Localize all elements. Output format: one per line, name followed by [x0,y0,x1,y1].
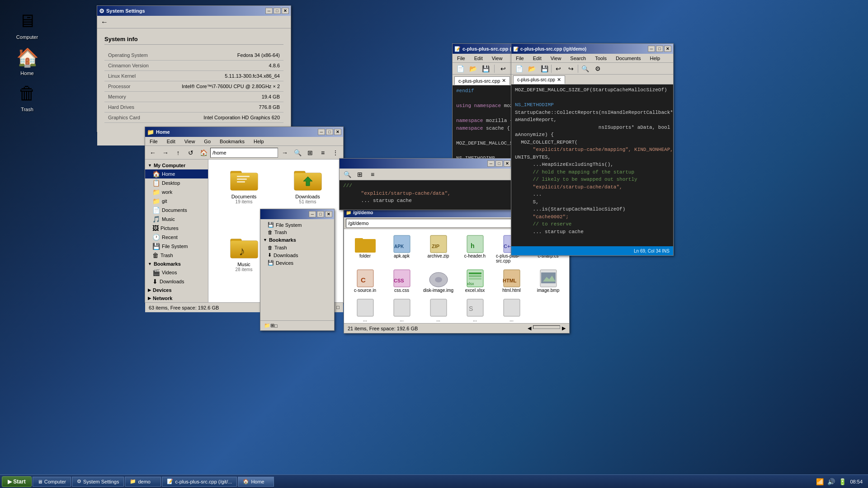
small-code-max[interactable]: □ [495,160,503,167]
menu-help[interactable]: Help [251,138,267,145]
git-file-more1[interactable]: ... [348,296,382,323]
address-bar[interactable]: /home [210,148,278,158]
refresh-btn[interactable]: ↺ [185,147,197,158]
view-grid-btn[interactable]: ⊞ [304,147,316,158]
back-btn[interactable]: ← [147,147,159,158]
git-file-more3[interactable]: ... [421,296,456,323]
sound-tray-icon[interactable]: 🔊 [827,478,835,485]
c2-undo[interactable]: ↩ [552,63,564,74]
up-btn[interactable]: ↑ [172,147,184,158]
menu-view[interactable]: View [182,138,198,145]
c2-new[interactable]: 📄 [513,63,525,74]
sidebar-item-music[interactable]: 🎵 Music [145,215,208,224]
small-code-min[interactable]: ─ [487,160,495,167]
second-fm-downloads[interactable]: ⬇ Downloads [260,251,334,259]
second-fm-filesystem[interactable]: 💾 File System [260,221,334,229]
code2-close[interactable]: ✕ [664,46,671,52]
git-file-zip[interactable]: ZIP archive.zip [421,233,456,265]
taskbar-item-sysinfo[interactable]: ⚙ System Settings [72,477,124,487]
c2-open[interactable]: 📂 [526,63,538,74]
small-list-btn[interactable]: ≡ [367,169,378,180]
menu-file[interactable]: File [147,138,160,145]
battery-tray-icon[interactable]: 🔋 [839,478,846,485]
code2-file[interactable]: File [513,55,527,62]
code2-tools[interactable]: Tools [592,55,609,62]
git-file-apk[interactable]: APK apk.apk [384,233,419,265]
back-btn[interactable]: ← [101,18,108,26]
menu-bookmarks[interactable]: Bookmarks [217,138,247,145]
forward-btn[interactable]: → [160,147,171,158]
mycomputer-group[interactable]: ▼ My Computer [145,161,208,169]
code-menu-view[interactable]: View [489,55,505,62]
sysinfo-maximize-btn[interactable]: □ [274,8,281,14]
code2-min[interactable]: ─ [648,46,655,52]
second-fm-close[interactable]: ✕ [325,211,332,217]
code2-edit[interactable]: Edit [530,55,544,62]
code-menu-file[interactable]: File [454,55,468,62]
tab2-close[interactable]: ✕ [557,77,561,83]
git-file-css[interactable]: CSS css.css [384,267,419,295]
c2-settings[interactable]: ⚙ [592,63,604,74]
c2-save[interactable]: 💾 [538,63,550,74]
sidebar-item-desktop[interactable]: 📋 Desktop [145,178,208,188]
code2-help[interactable]: Help [647,55,663,62]
c2-search[interactable]: 🔍 [579,63,591,74]
small-view-btn[interactable]: ⊞ [354,169,366,180]
sidebar-item-home[interactable]: 🏠 Home [145,169,208,178]
code2-tab[interactable]: c-plus-plus-src.cpp ✕ [513,75,565,84]
sidebar-item-documents[interactable]: 📄 Documents [145,206,208,215]
git-file-more5[interactable]: ... [494,296,529,323]
second-fm-minimize[interactable]: ─ [309,211,316,217]
network-group[interactable]: ▶ Network [145,294,208,302]
sysinfo-minimize-btn[interactable]: ─ [265,8,273,14]
taskbar-item-computer[interactable]: 🖥 Computer [33,477,71,487]
small-search-btn[interactable]: 🔍 [341,169,353,180]
second-fm-maximize[interactable]: □ [317,211,324,217]
search-btn[interactable]: 🔍 [292,147,303,158]
git-file-c[interactable]: C c-source.in [348,267,382,295]
desktop-icon-home[interactable]: 🏠 Home [9,45,45,78]
code2-content[interactable]: MOZ_DEFINE_MALLOC_SIZE_OF(StartupCacheMa… [511,84,673,246]
git-file-bmp[interactable]: image.bmp [531,267,566,295]
git-file-folder[interactable]: folder [348,233,382,265]
sysinfo-titlebar[interactable]: ⚙ System Settings ─ □ ✕ [97,6,291,16]
second-fm-devices[interactable]: 💾 Devices [260,259,334,267]
start-button[interactable]: ▶ Start [2,476,32,487]
sidebar-item-downloads[interactable]: ⬇ Downloads [145,277,208,286]
go-btn[interactable]: → [279,147,291,158]
sidebar-item-filesystem[interactable]: 💾 File System [145,242,208,251]
sidebar-item-videos[interactable]: 🎬 Videos [145,268,208,277]
second-fm-trash[interactable]: 🗑 Trash [260,229,334,236]
code-menu-edit[interactable]: Edit [472,55,486,62]
code2-titlebar[interactable]: 📝 c-plus-plus-src.cpp (/git/demo) ─ □ ✕ [511,44,673,54]
view-list-btn[interactable]: ≡ [317,147,329,158]
git-file-h[interactable]: h c-header.h [458,233,492,265]
bookmarks-group[interactable]: ▼ Bookmarks [145,260,208,268]
sidebar-item-trash[interactable]: 🗑 Trash [145,251,208,260]
git-file-more2[interactable]: ... [384,296,419,323]
home-maximize-btn[interactable]: □ [326,129,333,135]
taskbar-item-cpp[interactable]: 📝 c-plus-plus-src.cpp (/git/... [162,477,237,487]
git-file-html[interactable]: HTML html.html [494,267,529,295]
git-file-xlsx[interactable]: xlsx excel.xlsx [458,267,492,295]
tab-close-icon[interactable]: ✕ [502,78,506,84]
code2-max[interactable]: □ [656,46,663,52]
code-save-btn[interactable]: 💾 [480,63,491,74]
code2-view[interactable]: View [548,55,564,62]
git-file-more4[interactable]: S ... [458,296,492,323]
code2-search[interactable]: Search [567,55,589,62]
desktop-icon-trash[interactable]: 🗑 Trash [9,81,45,114]
taskbar-item-home[interactable]: 🏠 Home [238,477,274,487]
code-open-btn[interactable]: 📂 [467,63,479,74]
sysinfo-close-btn[interactable]: ✕ [282,8,289,14]
home-close-btn[interactable]: ✕ [334,129,341,135]
sidebar-item-recent[interactable]: 🕐 Recent [145,233,208,242]
code-undo-btn[interactable]: ↩ [497,63,509,74]
view-details-btn[interactable]: ⋮ [330,147,341,158]
git-fm-address[interactable]: /git/demo [346,219,529,228]
taskbar-item-demo[interactable]: 📁 demo [125,477,161,487]
menu-edit[interactable]: Edit [164,138,178,145]
small-code-content[interactable]: /// "explicit/startup-cache/data", ... s… [340,180,513,210]
code-tab-file[interactable]: c-plus-plus-src.cpp ✕ [454,76,510,85]
home-btn[interactable]: 🏠 [198,147,209,158]
